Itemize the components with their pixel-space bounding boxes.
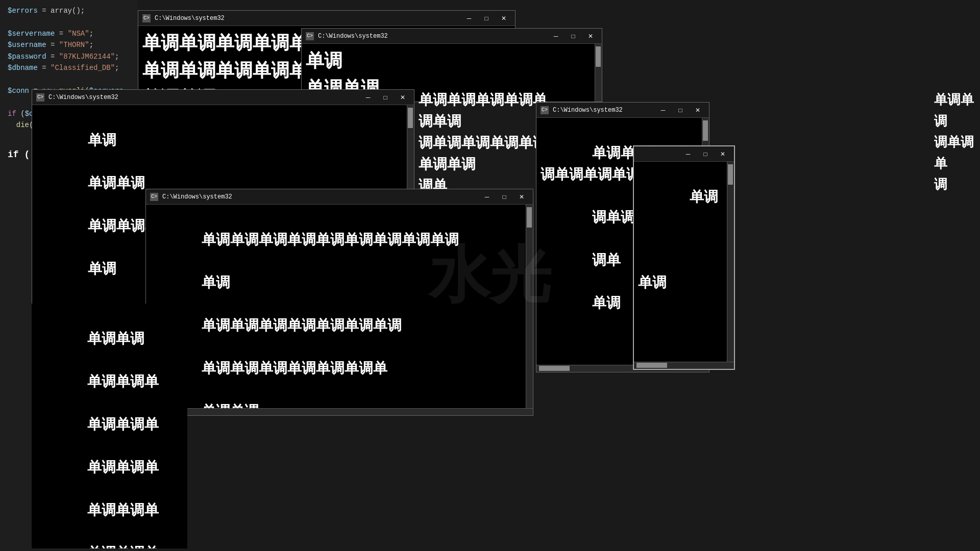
minimize-btn-7[interactable]: ─ — [681, 149, 695, 159]
maximize-btn-7[interactable]: □ — [698, 149, 713, 159]
cmd-controls-7: ─ □ ✕ — [681, 149, 730, 159]
code-line-3: $servername = "NSA"; — [8, 28, 130, 39]
cmd-title-4: C:\Windows\system32 — [162, 193, 480, 201]
close-btn-1[interactable]: ✕ — [497, 13, 511, 23]
maximize-btn-5[interactable]: □ — [673, 105, 688, 115]
minimize-btn-4[interactable]: ─ — [480, 192, 494, 202]
cmd-icon-1: C> — [142, 14, 151, 22]
scrollbar-h-4[interactable] — [146, 408, 533, 415]
cmd-title-3: C:\Windows\system32 — [48, 94, 361, 101]
cmd-text-4: 单调单调单调单调单调单调单调单调单调 单调 单调单调单调单调单调单调单调 单调单… — [150, 208, 524, 415]
cmd-text-6: 单调单调 单调单调单 单调单调单 单调单调单 单调单调单 单调单调单 — [36, 307, 187, 548]
code-line-1: $errors = array(); — [8, 5, 130, 16]
minimize-btn-5[interactable]: ─ — [656, 105, 670, 115]
cmd-window-4: C> C:\Windows\system32 ─ □ ✕ 单调单调单调单调单调单… — [145, 189, 533, 416]
maximize-btn-3[interactable]: □ — [378, 92, 393, 103]
code-line-6: $dbname = "Classified_DB"; — [8, 62, 130, 73]
close-btn-7[interactable]: ✕ — [716, 149, 730, 159]
cmd-titlebar-5: C> C:\Windows\system32 ─ □ ✕ — [536, 103, 709, 118]
cmd-titlebar-4: C> C:\Windows\system32 ─ □ ✕ — [146, 189, 533, 205]
scrollbar-v-2[interactable] — [595, 44, 602, 102]
cmd-title-2: C:\Windows\system32 — [318, 33, 549, 40]
cmd-titlebar-2: C> C:\Windows\system32 ─ □ ✕ — [302, 29, 602, 44]
maximize-btn-2[interactable]: □ — [566, 31, 580, 41]
cmd-window-6: 单调单调 单调单调单 单调单调单 单调单调单 单调单调单 单调单调单 — [32, 304, 187, 548]
minimize-btn-3[interactable]: ─ — [361, 92, 375, 103]
close-btn-3[interactable]: ✕ — [396, 92, 410, 103]
cmd-title-1: C:\Windows\system32 — [155, 15, 462, 22]
cmd-icon-5: C> — [541, 106, 549, 114]
minimize-btn-1[interactable]: ─ — [462, 13, 476, 23]
bg-text-far-right: 单调单调调单调单调 — [934, 89, 980, 195]
maximize-btn-4[interactable]: □ — [497, 192, 511, 202]
cmd-titlebar-7: ─ □ ✕ — [634, 146, 734, 162]
close-btn-5[interactable]: ✕ — [691, 105, 705, 115]
cmd-controls-3: ─ □ ✕ — [361, 92, 410, 103]
cmd-icon-3: C> — [36, 93, 44, 102]
cmd-window-7: ─ □ ✕ 单调单调 — [633, 145, 735, 370]
code-line-2 — [8, 16, 130, 28]
cmd-title-5: C:\Windows\system32 — [553, 107, 656, 114]
close-btn-2[interactable]: ✕ — [583, 31, 598, 41]
cmd-controls-1: ─ □ ✕ — [462, 13, 511, 23]
cmd-controls-4: ─ □ ✕ — [480, 192, 529, 202]
code-line-7 — [8, 73, 130, 85]
cmd-text-7: 单调单调 — [638, 165, 725, 315]
scrollbar-v-7[interactable] — [727, 162, 734, 369]
cmd-controls-5: ─ □ ✕ — [656, 105, 705, 115]
cmd-content-6: 单调单调 单调单调单 单调单调单 单调单调单 单调单调单 单调单调单 — [32, 304, 187, 548]
cmd-titlebar-1: C> C:\Windows\system32 ─ □ ✕ — [138, 11, 515, 26]
scrollbar-v-4[interactable] — [526, 205, 533, 415]
cmd-content-7: 单调单调 — [634, 162, 734, 369]
cmd-titlebar-3: C> C:\Windows\system32 ─ □ ✕ — [32, 90, 414, 105]
maximize-btn-1[interactable]: □ — [479, 13, 494, 23]
cmd-controls-2: ─ □ ✕ — [549, 31, 598, 41]
code-line-5: $password = "87KLJM62144"; — [8, 51, 130, 62]
cmd-icon-4: C> — [150, 193, 158, 201]
cmd-icon-2: C> — [306, 32, 314, 40]
code-line-4: $username = "THORN"; — [8, 39, 130, 51]
cmd-content-4: 单调单调单调单调单调单调单调单调单调 单调 单调单调单调单调单调单调单调 单调单… — [146, 205, 533, 415]
close-btn-4[interactable]: ✕ — [514, 192, 529, 202]
minimize-btn-2[interactable]: ─ — [549, 31, 563, 41]
scrollbar-h-7[interactable] — [634, 362, 734, 369]
